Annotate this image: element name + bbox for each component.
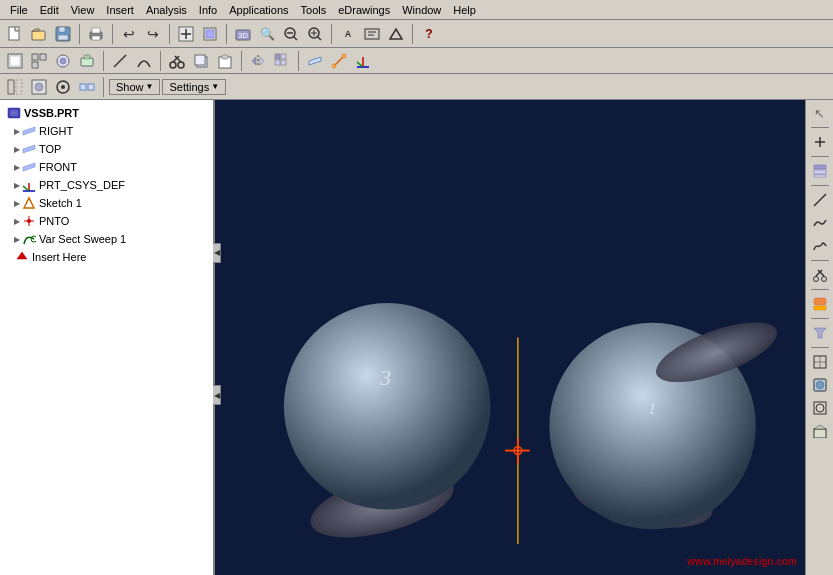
- tb2-cut[interactable]: [166, 50, 188, 72]
- tree-label-front: FRONT: [39, 161, 77, 173]
- tree-item-top[interactable]: ▶ TOP: [2, 140, 211, 158]
- svg-text:3: 3: [379, 366, 391, 390]
- tb2-btn2[interactable]: [28, 50, 50, 72]
- tb2-btn1[interactable]: [4, 50, 26, 72]
- undo-button[interactable]: ↩: [118, 23, 140, 45]
- print-button[interactable]: [85, 23, 107, 45]
- collapse-arrow-top[interactable]: ◀: [213, 243, 221, 263]
- tb2-coord[interactable]: [352, 50, 374, 72]
- menu-insert[interactable]: Insert: [100, 2, 140, 18]
- rt-filter[interactable]: [809, 322, 831, 344]
- tree-item-sweep[interactable]: ▶ Var Sect Sweep 1: [2, 230, 211, 248]
- tb-btn-5[interactable]: [199, 23, 221, 45]
- svg-rect-48: [281, 54, 286, 59]
- tree-item-insert[interactable]: Insert Here: [2, 248, 211, 266]
- save-button[interactable]: [52, 23, 74, 45]
- tree-item-vssb[interactable]: VSSB.PRT: [2, 104, 211, 122]
- watermark: www.meiyadesign.com: [687, 556, 797, 567]
- svg-rect-27: [10, 56, 20, 66]
- tb2-btn4[interactable]: [76, 50, 98, 72]
- tb2-copy[interactable]: [190, 50, 212, 72]
- panel-icon-2[interactable]: [28, 76, 50, 98]
- menu-window[interactable]: Window: [396, 2, 447, 18]
- rt-select-arrow[interactable]: ↖: [809, 102, 831, 124]
- tb2-sep1: [103, 51, 104, 71]
- csys-icon: [21, 177, 37, 193]
- svg-line-19: [318, 36, 322, 40]
- menu-edrawings[interactable]: eDrawings: [332, 2, 396, 18]
- settings-dropdown[interactable]: Settings ▼: [162, 79, 226, 95]
- svg-marker-46: [260, 57, 264, 65]
- toolbar-sep-6: [412, 24, 413, 44]
- tb2-datum-axis[interactable]: [328, 50, 350, 72]
- svg-point-108: [816, 381, 824, 389]
- tree-item-sketch1[interactable]: ▶ Sketch 1: [2, 194, 211, 212]
- rt-view-std[interactable]: [809, 351, 831, 373]
- svg-rect-30: [32, 62, 38, 68]
- tb-btn-zoom-in[interactable]: 🔍: [256, 23, 278, 45]
- menu-help[interactable]: Help: [447, 2, 482, 18]
- show-dropdown[interactable]: Show ▼: [109, 79, 160, 95]
- 3d-viewport[interactable]: 3 1 www.meiyadesign.com: [215, 100, 805, 575]
- rt-zoom-plus[interactable]: [809, 131, 831, 153]
- tb-btn-a[interactable]: A: [337, 23, 359, 45]
- redo-button[interactable]: ↪: [142, 23, 164, 45]
- rt-view-shaded[interactable]: [809, 374, 831, 396]
- tb2-btn3[interactable]: [52, 50, 74, 72]
- open-button[interactable]: [28, 23, 50, 45]
- tree-label-right: RIGHT: [39, 125, 73, 137]
- tree-item-pnto[interactable]: ▶ PNTO: [2, 212, 211, 230]
- rt-sep-0: [811, 127, 829, 128]
- tb2-line[interactable]: [109, 50, 131, 72]
- menu-applications[interactable]: Applications: [223, 2, 294, 18]
- menu-edit[interactable]: Edit: [34, 2, 65, 18]
- tree-item-right[interactable]: ▶ RIGHT: [2, 122, 211, 140]
- svg-marker-68: [23, 127, 35, 135]
- rt-line[interactable]: [809, 189, 831, 211]
- rt-layer[interactable]: [809, 160, 831, 182]
- tb2-paste[interactable]: [214, 50, 236, 72]
- panel-icon-4[interactable]: [76, 76, 98, 98]
- new-button[interactable]: [4, 23, 26, 45]
- tb-btn-c[interactable]: [385, 23, 407, 45]
- tb2-mirror[interactable]: [247, 50, 269, 72]
- svg-text:1: 1: [648, 398, 657, 418]
- panel-icon-3[interactable]: [52, 76, 74, 98]
- rt-view-wire[interactable]: [809, 397, 831, 419]
- menu-info[interactable]: Info: [193, 2, 223, 18]
- collapse-arrow-bottom[interactable]: ◀: [213, 385, 221, 405]
- svg-line-16: [294, 36, 298, 40]
- panel-icon-bar: Show ▼ Settings ▼: [0, 74, 833, 100]
- tb-view-orient[interactable]: 3D: [232, 23, 254, 45]
- toolbar-row-1: ↩ ↪ 3D 🔍 A ?: [0, 20, 833, 48]
- svg-rect-28: [32, 54, 38, 60]
- menu-file[interactable]: File: [4, 2, 34, 18]
- tb-btn-zoom-out[interactable]: [280, 23, 302, 45]
- tb-btn-help[interactable]: ?: [418, 23, 440, 45]
- menu-analysis[interactable]: Analysis: [140, 2, 193, 18]
- rt-sep-4: [811, 289, 829, 290]
- tb2-datum-plane[interactable]: [304, 50, 326, 72]
- panel-icon-1[interactable]: [4, 76, 26, 98]
- tb2-arc[interactable]: [133, 50, 155, 72]
- svg-rect-49: [275, 60, 280, 65]
- tree-item-front[interactable]: ▶ FRONT: [2, 158, 211, 176]
- feature-tree[interactable]: VSSB.PRT ▶ RIGHT ▶ TOP: [0, 100, 213, 575]
- rt-sep-6: [811, 347, 829, 348]
- regen-button[interactable]: [175, 23, 197, 45]
- svg-marker-103: [814, 328, 826, 338]
- rt-color[interactable]: [809, 293, 831, 315]
- tree-item-csys[interactable]: ▶ PRT_CSYS_DEF: [2, 176, 211, 194]
- tb2-pattern[interactable]: [271, 50, 293, 72]
- rt-wave[interactable]: [809, 212, 831, 234]
- rt-view-hidden[interactable]: [809, 420, 831, 442]
- rt-cut[interactable]: [809, 264, 831, 286]
- tb-btn-zoom-area[interactable]: [304, 23, 326, 45]
- svg-rect-65: [88, 84, 94, 90]
- menu-tools[interactable]: Tools: [295, 2, 333, 18]
- tb-btn-b[interactable]: [361, 23, 383, 45]
- svg-marker-70: [23, 163, 35, 171]
- rt-spline[interactable]: [809, 235, 831, 257]
- menu-view[interactable]: View: [65, 2, 101, 18]
- svg-text:3D: 3D: [238, 31, 248, 40]
